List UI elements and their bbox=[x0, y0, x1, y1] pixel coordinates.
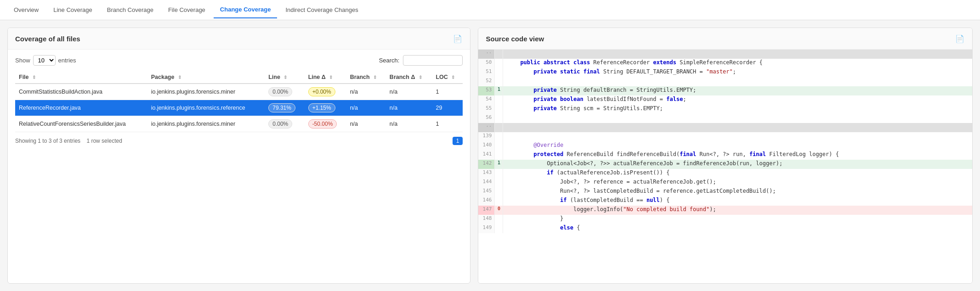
code-line: 144 Job<?, ?> reference = actualReferenc… bbox=[478, 178, 972, 187]
line-number: 55 bbox=[478, 105, 495, 114]
code-line: 142 1 Optional<Job<?, ?>> actualReferenc… bbox=[478, 160, 972, 169]
code-line: ·· bbox=[478, 50, 972, 59]
sort-icon-branch-delta: ⇕ bbox=[419, 75, 422, 80]
code-line: 146 if (lastCompletedBuild == null) { bbox=[478, 196, 972, 206]
entries-label: entries bbox=[58, 57, 76, 64]
sort-icon-branch: ⇕ bbox=[373, 75, 377, 80]
tab-file-coverage[interactable]: File Coverage bbox=[162, 2, 212, 18]
coverage-marker: 1 bbox=[495, 86, 503, 95]
coverage-marker bbox=[495, 123, 503, 132]
tab-change-coverage[interactable]: Change Coverage bbox=[214, 1, 278, 18]
line-number: 139 bbox=[478, 132, 495, 141]
sort-icon-line-delta: ⇕ bbox=[329, 75, 333, 80]
show-entries-control: Show 10 25 50 entries bbox=[15, 55, 76, 66]
col-line[interactable]: Line ⇕ bbox=[265, 71, 304, 84]
panel-title-right: Source code view bbox=[486, 35, 544, 43]
coverage-marker: 0 bbox=[495, 206, 503, 215]
code-line: 149 else { bbox=[478, 224, 972, 233]
cell-line: 0.00% bbox=[265, 84, 304, 100]
search-row: Search: bbox=[379, 55, 463, 66]
code-line: 56 bbox=[478, 114, 972, 123]
coverage-marker bbox=[495, 95, 503, 105]
cell-loc: 29 bbox=[432, 100, 463, 116]
panel-header-right: Source code view 📄 bbox=[478, 28, 972, 50]
col-branch-delta[interactable]: Branch Δ ⇕ bbox=[386, 71, 432, 84]
code-text: protected ReferenceBuild findReferenceBu… bbox=[503, 151, 972, 160]
code-text bbox=[503, 77, 972, 86]
coverage-marker bbox=[495, 151, 503, 160]
code-line: 140 @Override bbox=[478, 141, 972, 151]
sort-icon-package: ⇕ bbox=[178, 75, 181, 80]
code-line: 50 public abstract class ReferenceRecord… bbox=[478, 59, 972, 68]
sort-icon-file: ⇕ bbox=[32, 75, 36, 80]
panel-title-left: Coverage of all files bbox=[15, 35, 80, 43]
tab-indirect-coverage[interactable]: Indirect Coverage Changes bbox=[279, 2, 364, 18]
code-text bbox=[503, 132, 972, 141]
line-number: 54 bbox=[478, 95, 495, 105]
line-number: 145 bbox=[478, 187, 495, 196]
table-footer: Showing 1 to 3 of 3 entries 1 row select… bbox=[15, 132, 463, 145]
col-file[interactable]: File ⇕ bbox=[15, 71, 147, 84]
cell-file: ReferenceRecorder.java bbox=[15, 100, 147, 116]
cell-line: 0.00% bbox=[265, 116, 304, 132]
tab-line-coverage[interactable]: Line Coverage bbox=[47, 2, 99, 18]
code-text: private String scm = StringUtils.EMPTY; bbox=[503, 105, 972, 114]
code-text: public abstract class ReferenceRecorder … bbox=[503, 59, 972, 68]
code-line: 147 0 logger.logInfo("No completed build… bbox=[478, 206, 972, 215]
code-line: 145 Run<?, ?> lastCompletedBuild = refer… bbox=[478, 187, 972, 196]
page-number-badge: 1 bbox=[453, 137, 463, 145]
tab-overview[interactable]: Overview bbox=[7, 2, 45, 18]
cell-branch-delta: n/a bbox=[386, 116, 432, 132]
table-row[interactable]: CommitStatisticsBuildAction.java io.jenk… bbox=[15, 84, 463, 100]
coverage-marker bbox=[495, 196, 503, 206]
coverage-marker bbox=[495, 169, 503, 178]
code-line: 54 private boolean latestBuildIfNotFound… bbox=[478, 95, 972, 105]
coverage-marker bbox=[495, 68, 503, 77]
line-number: ·· bbox=[478, 50, 495, 59]
coverage-files-panel: Coverage of all files 📄 Show 10 25 50 en… bbox=[7, 28, 470, 284]
cell-package: io.jenkins.plugins.forensics.miner bbox=[147, 116, 265, 132]
line-number: 141 bbox=[478, 151, 495, 160]
cell-line-delta: +0.00% bbox=[305, 84, 346, 100]
code-text bbox=[503, 123, 972, 132]
coverage-marker bbox=[495, 59, 503, 68]
table-header-row: File ⇕ Package ⇕ Line ⇕ Line Δ bbox=[15, 71, 463, 84]
cell-branch: n/a bbox=[346, 116, 386, 132]
coverage-marker bbox=[495, 141, 503, 151]
col-line-delta[interactable]: Line Δ ⇕ bbox=[305, 71, 346, 84]
col-package[interactable]: Package ⇕ bbox=[147, 71, 265, 84]
source-code-area[interactable]: ·· 50 public abstract class ReferenceRec… bbox=[478, 50, 972, 283]
table-row[interactable]: ReferenceRecorder.java io.jenkins.plugin… bbox=[15, 100, 463, 116]
panel-body-left: Show 10 25 50 entries Search: bbox=[8, 50, 470, 283]
col-loc[interactable]: LOC ⇕ bbox=[432, 71, 463, 84]
coverage-marker bbox=[495, 114, 503, 123]
code-text: if (lastCompletedBuild == null) { bbox=[503, 196, 972, 206]
file-icon: 📄 bbox=[453, 34, 463, 44]
source-icon: 📄 bbox=[955, 34, 965, 44]
entries-select[interactable]: 10 25 50 bbox=[33, 55, 56, 66]
col-branch[interactable]: Branch ⇕ bbox=[346, 71, 386, 84]
search-input[interactable] bbox=[403, 55, 463, 66]
cell-loc: 1 bbox=[432, 116, 463, 132]
code-text: logger.logInfo("No completed build found… bbox=[503, 206, 972, 215]
table-row[interactable]: RelativeCountForensicsSeriesBuilder.java… bbox=[15, 116, 463, 132]
coverage-table: File ⇕ Package ⇕ Line ⇕ Line Δ bbox=[15, 71, 463, 132]
code-text: private boolean latestBuildIfNotFound = … bbox=[503, 95, 972, 105]
cell-line-delta: +1.15% bbox=[305, 100, 346, 116]
tab-branch-coverage[interactable]: Branch Coverage bbox=[101, 2, 160, 18]
coverage-marker bbox=[495, 77, 503, 86]
sort-icon-line: ⇕ bbox=[283, 75, 287, 80]
cell-branch-delta: n/a bbox=[386, 84, 432, 100]
search-label: Search: bbox=[379, 57, 400, 64]
line-number: 144 bbox=[478, 178, 495, 187]
cell-file: RelativeCountForensicsSeriesBuilder.java bbox=[15, 116, 147, 132]
main-content: Coverage of all files 📄 Show 10 25 50 en… bbox=[0, 20, 980, 291]
coverage-marker bbox=[495, 105, 503, 114]
coverage-marker bbox=[495, 178, 503, 187]
code-line: ·· bbox=[478, 123, 972, 132]
code-line: 139 bbox=[478, 132, 972, 141]
cell-branch: n/a bbox=[346, 84, 386, 100]
code-line: 52 bbox=[478, 77, 972, 86]
cell-branch: n/a bbox=[346, 100, 386, 116]
controls-row: Show 10 25 50 entries Search: bbox=[15, 55, 463, 66]
